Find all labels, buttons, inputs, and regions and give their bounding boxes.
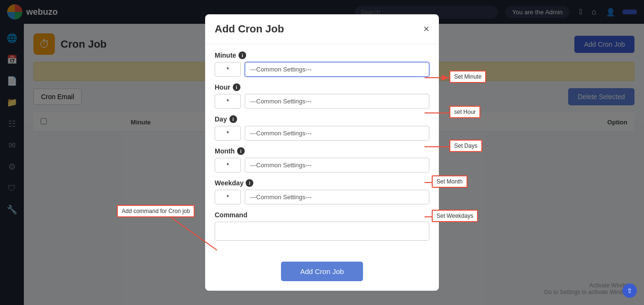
modal-title: Add Cron Job: [215, 23, 284, 35]
hour-group: Hour i ---Common Settings---: [215, 83, 429, 109]
month-row: ---Common Settings---: [215, 158, 429, 173]
command-label: Command: [215, 211, 429, 219]
annotation-set-days: Set Days: [449, 140, 482, 152]
month-input[interactable]: [215, 158, 241, 173]
annotation-set-month: Set Month: [432, 175, 467, 188]
modal-overlay[interactable]: Add Cron Job × Minute i ---Common Settin…: [0, 0, 644, 305]
add-cron-modal: Add Cron Job × Minute i ---Common Settin…: [205, 14, 439, 291]
annotation-set-minute: Set Minute: [449, 71, 486, 83]
submit-cron-button[interactable]: Add Cron Job: [281, 262, 363, 281]
hour-input[interactable]: [215, 94, 241, 109]
command-input[interactable]: [215, 222, 429, 241]
weekday-info-icon: i: [246, 179, 253, 187]
month-info-icon: i: [237, 147, 245, 155]
minute-select[interactable]: ---Common Settings---: [245, 62, 429, 77]
modal-body: Minute i ---Common Settings--- Hour i: [205, 44, 439, 254]
minute-input[interactable]: [215, 62, 241, 77]
day-label: Day i: [215, 115, 429, 123]
day-group: Day i ---Common Settings---: [215, 115, 429, 141]
modal-footer: Add Cron Job: [205, 254, 439, 291]
hour-info-icon: i: [233, 83, 240, 91]
minute-row: ---Common Settings---: [215, 62, 429, 77]
month-select[interactable]: ---Common Settings---: [245, 158, 429, 173]
annotation-set-weekdays: Set Weekdays: [432, 210, 478, 222]
scroll-to-top-button[interactable]: ⇧: [623, 284, 637, 298]
modal-close-button[interactable]: ×: [423, 24, 429, 34]
hour-label: Hour i: [215, 83, 429, 91]
minute-info-icon: i: [239, 51, 246, 59]
minute-group: Minute i ---Common Settings---: [215, 51, 429, 77]
month-group: Month i ---Common Settings---: [215, 147, 429, 173]
minute-label: Minute i: [215, 51, 429, 59]
modal-header: Add Cron Job ×: [205, 14, 439, 44]
hour-row: ---Common Settings---: [215, 94, 429, 109]
day-select[interactable]: ---Common Settings---: [245, 126, 429, 141]
day-info-icon: i: [229, 115, 237, 123]
weekday-group: Weekday i ---Common Settings---: [215, 179, 429, 204]
day-input[interactable]: [215, 126, 241, 141]
weekday-label: Weekday i: [215, 179, 429, 187]
hour-select[interactable]: ---Common Settings---: [245, 94, 429, 109]
month-label: Month i: [215, 147, 429, 155]
weekday-input[interactable]: [215, 190, 241, 204]
day-row: ---Common Settings---: [215, 126, 429, 141]
weekday-row: ---Common Settings---: [215, 190, 429, 204]
weekday-select[interactable]: ---Common Settings---: [245, 190, 429, 204]
annotation-add-command: Add command for Cron job: [117, 205, 195, 217]
annotation-set-hour: set Hour: [449, 106, 480, 118]
command-group: Command: [215, 211, 429, 241]
